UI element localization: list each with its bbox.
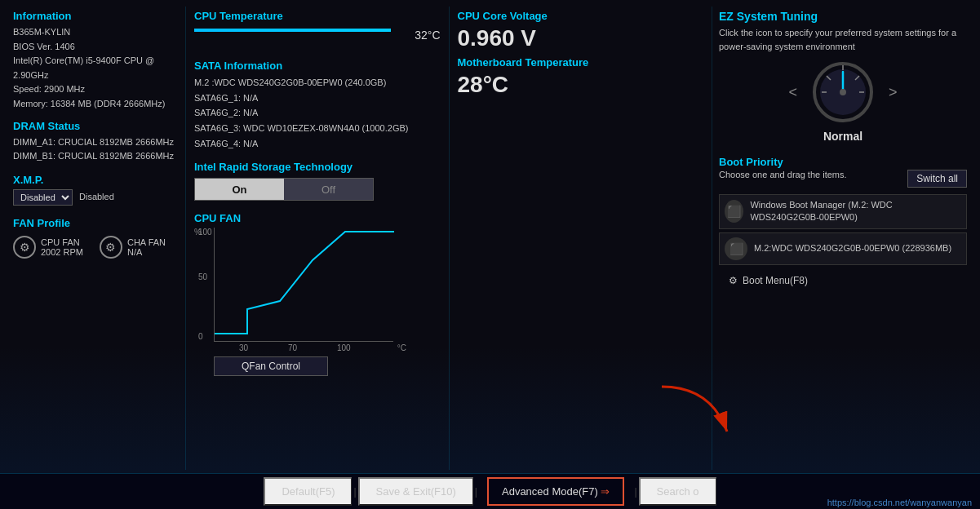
tuning-prev-arrow[interactable]: <: [788, 84, 797, 101]
advanced-mode-arrow-icon: ⇒: [601, 485, 610, 498]
boot-menu-button[interactable]: ⚙ Boot Menu(F8): [719, 270, 967, 291]
boot-menu-label: Boot Menu(F8): [743, 275, 808, 286]
irst-title: Intel Rapid Storage Technology: [194, 161, 441, 173]
mb-temp-title: Motherboard Temperature: [458, 56, 704, 69]
mb-temp-value: 28°C: [458, 72, 704, 98]
boot-menu-icon: ⚙: [729, 275, 738, 286]
cpu-fan-chart-title: CPU FAN: [194, 212, 441, 224]
xmp-label: Disabled: [79, 190, 114, 205]
voltage-title: CPU Core Voltage: [458, 10, 704, 22]
cpu-fan-info: CPU FAN 2002 RPM: [41, 237, 83, 257]
cha-fan-name: CHA FAN: [127, 237, 166, 247]
cpu-temp-title: CPU Temperature: [194, 10, 441, 22]
x-100: 100: [337, 343, 351, 352]
boot-item-2-text: M.2:WDC WDS240G2G0B-00EPW0 (228936MB): [754, 242, 951, 254]
y-0: 0: [198, 332, 203, 341]
cpu-fan-rpm: 2002 RPM: [41, 247, 83, 257]
y-100: 100: [198, 228, 212, 237]
cha-fan-info: CHA FAN N/A: [127, 237, 166, 257]
x-30: 30: [239, 343, 248, 352]
voltage-value: 0.960 V: [458, 25, 704, 51]
tuning-mode-label: Normal: [823, 130, 862, 143]
boot-item-1-icon: ⬛: [725, 200, 743, 223]
speed-info: Speed: 2900 MHz: [13, 82, 179, 97]
default-button[interactable]: Default(F5): [264, 477, 352, 506]
x-70: 70: [288, 343, 297, 352]
cha-fan-icon: ⚙: [100, 236, 122, 259]
bottom-url: https://blog.csdn.net/wanyanwanyan: [827, 498, 972, 507]
cpu-temp-value: 32°C: [415, 29, 440, 42]
cpu-panel: CPU Temperature 32°C SATA Information M.…: [186, 7, 450, 470]
svg-point-7: [840, 89, 846, 95]
bottom-bar: Default(F5) | Save & Exit(F10) | Advance…: [0, 473, 980, 509]
irst-toggle[interactable]: On Off: [194, 178, 374, 201]
ez-title: EZ System Tuning: [719, 10, 967, 23]
advanced-mode-button[interactable]: Advanced Mode(F7) ⇒: [487, 477, 624, 506]
switch-all-button[interactable]: Switch all: [907, 170, 967, 188]
tuning-dial-container: < >: [719, 60, 967, 125]
memory-info: Memory: 16384 MB (DDR4 2666MHz): [13, 97, 179, 112]
sata-6g1: SATA6G_1: N/A: [194, 91, 441, 106]
ez-desc: Click the icon to specify your preferred…: [719, 26, 967, 53]
boot-item-2[interactable]: ⬛ M.2:WDC WDS240G2G0B-00EPW0 (228936MB): [719, 232, 967, 265]
sata-6g2: SATA6G_2: N/A: [194, 105, 441, 121]
cpu-info: Intel(R) Core(TM) i5-9400F CPU @ 2.90GHz: [13, 54, 179, 82]
xmp-section: X.M.P. Disabled Profile 1 Profile 2 Disa…: [13, 174, 179, 206]
tuning-next-arrow[interactable]: >: [889, 84, 898, 101]
sata-6g3: SATA6G_3: WDC WD10EZEX-08WN4A0 (1000.2GB…: [194, 121, 441, 136]
cpu-fan-name: CPU FAN: [41, 237, 83, 247]
cpu-fan-chart-section: CPU FAN % 100 50 0 30 70 100 °C: [194, 212, 441, 376]
system-info-panel: Information B365M-KYLIN BIOS Ver. 1406 I…: [7, 7, 186, 470]
qfan-button[interactable]: QFan Control: [214, 356, 328, 376]
temp-bar-container: 32°C: [194, 29, 441, 53]
tuning-dial[interactable]: [810, 60, 876, 125]
fan-row: ⚙ CPU FAN 2002 RPM ⚙ CHA FAN N/A: [13, 236, 179, 259]
boot-item-2-icon: ⬛: [725, 237, 747, 260]
irst-off-button[interactable]: Off: [284, 179, 373, 200]
fan-profile-title: FAN Profile: [13, 217, 179, 229]
x-unit: °C: [397, 343, 406, 352]
voltage-panel: CPU Core Voltage 0.960 V Motherboard Tem…: [450, 7, 713, 470]
cpu-fan-item: ⚙ CPU FAN 2002 RPM: [13, 236, 83, 259]
xmp-select[interactable]: Disabled Profile 1 Profile 2: [13, 189, 73, 206]
sata-title: SATA Information: [194, 60, 441, 72]
fan-section: FAN Profile ⚙ CPU FAN 2002 RPM ⚙ CHA FAN…: [13, 217, 179, 259]
cpu-fan-chart: 100 50 0 30 70 100 °C: [214, 228, 393, 342]
sata-6g4: SATA6G_4: N/A: [194, 136, 441, 152]
right-panel: EZ System Tuning Click the icon to speci…: [712, 7, 973, 470]
xmp-control: Disabled Profile 1 Profile 2 Disabled: [13, 189, 179, 206]
cha-fan-status: N/A: [127, 247, 166, 257]
board-info: B365M-KYLIN: [13, 25, 179, 40]
dimm-a1: DIMM_A1: CRUCIAL 8192MB 2666MHz: [13, 135, 179, 150]
irst-on-button[interactable]: On: [195, 179, 284, 200]
cha-fan-item: ⚙ CHA FAN N/A: [100, 236, 166, 259]
cpu-fan-icon: ⚙: [13, 236, 36, 259]
y-50: 50: [198, 272, 207, 281]
xmp-title: X.M.P.: [13, 174, 179, 186]
sata-m2: M.2 :WDC WDS240G2G0B-00EPW0 (240.0GB): [194, 75, 441, 91]
dram-title: DRAM Status: [13, 120, 179, 132]
dimm-b1: DIMM_B1: CRUCIAL 8192MB 2666MHz: [13, 149, 179, 164]
info-section-title: Information: [13, 10, 179, 22]
bios-info: BIOS Ver. 1406: [13, 40, 179, 55]
boot-item-1[interactable]: ⬛ Windows Boot Manager (M.2: WDC WDS240G…: [719, 194, 967, 229]
chart-svg: [215, 228, 394, 342]
boot-item-1-text: Windows Boot Manager (M.2: WDC WDS240G2G…: [750, 199, 961, 224]
save-exit-button[interactable]: Save & Exit(F10): [358, 477, 473, 506]
search-button[interactable]: Search o: [639, 477, 716, 506]
advanced-mode-label: Advanced Mode(F7): [502, 485, 598, 498]
temp-bar: [194, 29, 391, 32]
boot-priority-title: Boot Priority: [719, 156, 967, 168]
